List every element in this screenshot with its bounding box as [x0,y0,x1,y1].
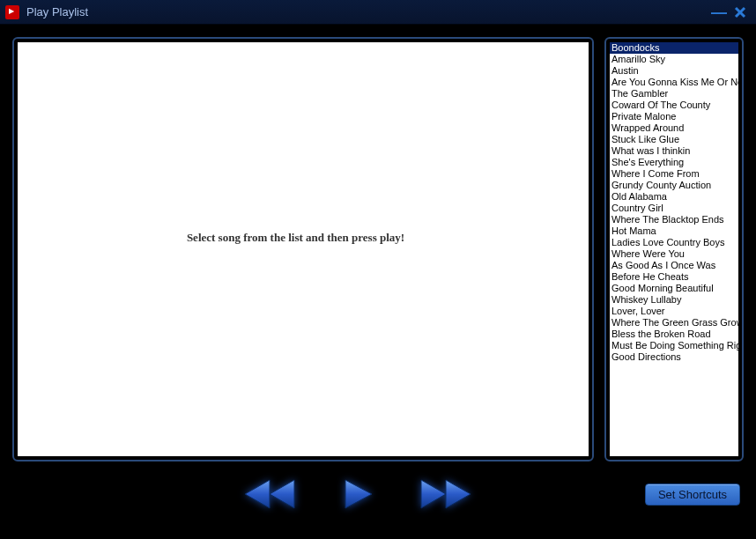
list-item[interactable]: Coward Of The County [610,100,738,111]
list-item[interactable]: Wrapped Around [610,122,738,134]
list-item[interactable]: Must Be Doing Something Right [610,340,738,351]
list-item[interactable]: Where I Come From [610,168,738,180]
list-item[interactable]: Austin [610,65,738,77]
playlist-listbox[interactable]: BoondocksAmarillo SkyAustinAre You Gonna… [610,42,738,456]
list-item[interactable]: What was I thinkin [610,145,738,157]
video-canvas[interactable]: Select song from the list and then press… [18,42,589,456]
list-item[interactable]: Ladies Love Country Boys [610,237,738,248]
list-item[interactable]: Private Malone [610,111,738,122]
window-title: Play Playlist [26,5,708,18]
svg-marker-2 [245,480,270,508]
list-item[interactable]: She's Everything [610,157,738,168]
controls-bar: Set Shortcuts [0,461,756,527]
next-button[interactable] [418,476,474,512]
playlist-panel: BoondocksAmarillo SkyAustinAre You Gonna… [604,37,744,461]
list-item[interactable]: Good Morning Beautiful [610,283,738,294]
app-icon [5,5,19,19]
instruction-text: Select song from the list and then press… [18,231,574,245]
close-button[interactable] [730,4,751,20]
svg-marker-6 [446,480,471,508]
list-item[interactable]: Before He Cheats [610,271,738,283]
list-item[interactable]: Are You Gonna Kiss Me Or Not [610,77,738,88]
content-area: Select song from the list and then press… [0,25,756,461]
list-item[interactable]: Good Directions [610,351,738,363]
minimize-button[interactable]: — [708,4,730,20]
svg-marker-4 [345,480,372,508]
set-shortcuts-button[interactable]: Set Shortcuts [645,484,740,506]
svg-marker-3 [270,480,294,508]
list-item[interactable]: Where The Blacktop Ends [610,214,738,225]
list-item[interactable]: Where Were You [610,248,738,260]
titlebar: Play Playlist — [0,0,756,25]
play-button[interactable] [340,476,375,512]
list-item[interactable]: Whiskey Lullaby [610,294,738,306]
previous-button[interactable] [241,476,298,512]
svg-marker-5 [421,480,446,508]
list-item[interactable]: Where The Green Grass Grows [610,317,738,329]
list-item[interactable]: Grundy County Auction [610,180,738,191]
list-item[interactable]: Bless the Broken Road [610,329,738,340]
list-item[interactable]: Stuck Like Glue [610,134,738,145]
list-item[interactable]: As Good As I Once Was [610,260,738,271]
transport-controls [0,476,645,512]
video-panel: Select song from the list and then press… [12,37,594,461]
list-item[interactable]: Old Alabama [610,191,738,203]
list-item[interactable]: Lover, Lover [610,306,738,317]
list-item[interactable]: Hot Mama [610,225,738,237]
list-item[interactable]: Amarillo Sky [610,54,738,65]
list-item[interactable]: The Gambler [610,88,738,100]
list-item[interactable]: Boondocks [610,42,738,54]
list-item[interactable]: Country Girl [610,203,738,214]
